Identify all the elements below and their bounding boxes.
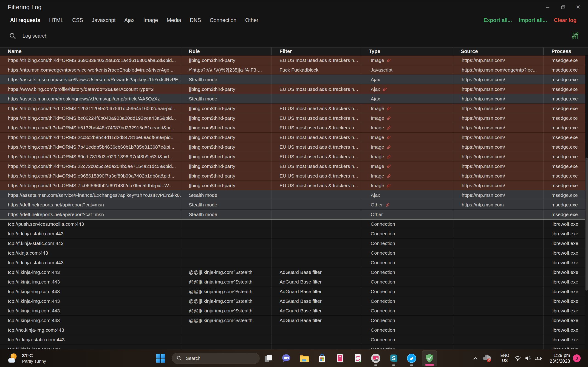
start-button[interactable] (155, 353, 166, 365)
cell-filter (271, 248, 361, 258)
log-search-input[interactable]: Log search (23, 33, 48, 39)
cell-name: tcp://i.kinja-img.com:443 (0, 306, 181, 315)
pink-app-button[interactable] (333, 350, 347, 366)
task-view-button[interactable] (261, 350, 276, 366)
open-in-browser-link-icon[interactable] (387, 126, 391, 130)
notification-badge[interactable]: 3 (573, 354, 581, 362)
log-row[interactable]: tcp://kinja.com:443 Connection (0, 248, 588, 258)
log-row[interactable]: tcp://i.kinja-img.com:443 @@||i.kinja-im… (0, 306, 588, 316)
import-all-button[interactable]: Import all... (519, 17, 547, 23)
column-header[interactable]: Source (453, 48, 544, 55)
tab[interactable]: CSS (72, 17, 83, 23)
open-in-browser-link-icon[interactable] (387, 135, 391, 140)
tab[interactable]: DNS (190, 17, 201, 23)
open-in-browser-link-icon[interactable] (387, 155, 391, 159)
cell-process: msedge.exe (544, 94, 588, 103)
adguard-button[interactable] (422, 350, 437, 366)
open-in-browser-link-icon[interactable] (385, 203, 390, 207)
tab[interactable]: All requests (10, 17, 40, 23)
log-row[interactable]: https://th.bing.com/th?id=ORMS.369083840… (0, 56, 588, 65)
log-row[interactable]: https://assets.msn.com/service/Finance/E… (0, 190, 588, 200)
librewolf-button[interactable] (404, 350, 419, 366)
log-row[interactable]: tcp://i.kinja-img.com:443 @@||i.kinja-im… (0, 287, 588, 296)
log-row[interactable]: tcp://i.kinja-img.com:443 @@||i.kinja-im… (0, 267, 588, 277)
type-label: Connection (371, 318, 395, 323)
log-row[interactable]: https://www.bing.com/profile/history/dat… (0, 84, 588, 94)
log-row[interactable]: https://th.bing.com/th?id=ORMS.7b41eddb5… (0, 142, 588, 152)
open-in-browser-link-icon[interactable] (387, 164, 391, 169)
open-in-browser-link-icon[interactable] (387, 184, 391, 188)
open-in-browser-link-icon[interactable] (387, 145, 391, 149)
tab[interactable]: Connection (210, 17, 236, 23)
log-row[interactable]: https://th.bing.com/th?id=ORMS.7fc06f566… (0, 181, 588, 190)
restore-button[interactable] (560, 4, 566, 10)
microsoft-store-button[interactable] (315, 350, 329, 366)
log-row[interactable]: tcp://no.kinja-img.com:443 Connection (0, 325, 588, 335)
column-header[interactable]: Name (0, 48, 181, 55)
clock[interactable]: 1:29 pm 23/3/2023 (545, 352, 570, 364)
log-row[interactable]: tcp://push.services.mozilla.com:443 Conn… (0, 219, 588, 229)
tab[interactable]: Javascript (92, 17, 116, 23)
log-row[interactable]: tcp://i.kinja-img.com:443 @@||i.kinja-im… (0, 277, 588, 287)
log-row[interactable]: tcp://i.kinja-img.com:443 @@||i.kinja-im… (0, 316, 588, 325)
export-all-button[interactable]: Export all... (484, 17, 512, 23)
column-header[interactable]: Process (544, 48, 588, 55)
clear-log-button[interactable]: Clear log (554, 17, 577, 23)
log-row[interactable]: https://th.bing.com/th?id=ORMS.b5132bd44… (0, 123, 588, 133)
volume-tray-icon[interactable] (524, 355, 531, 363)
cell-name: https://th.bing.com/th?id=ORMS.7fc06f566… (0, 181, 181, 190)
log-row[interactable]: https://ntp.msn.com/edge/ntp/service-wor… (0, 65, 588, 75)
tab[interactable]: HTML (49, 17, 64, 23)
open-in-browser-link-icon[interactable] (387, 106, 391, 111)
tab[interactable]: Ajax (124, 17, 135, 23)
open-in-browser-link-icon[interactable] (383, 87, 387, 92)
open-in-browser-link-icon[interactable] (387, 58, 391, 63)
onedrive-tray-icon[interactable] (482, 353, 492, 364)
log-row[interactable]: https://th.bing.com/th?id=ORMS.22c72c0c5… (0, 161, 588, 171)
column-header[interactable]: Rule (181, 48, 271, 55)
cell-name: tcp://f.kinja-static.com:443 (0, 239, 181, 248)
log-row[interactable]: https://assets.msn.com/service/News/User… (0, 75, 588, 84)
log-row[interactable]: https://th.bing.com/th?id=ORMS.12b311204… (0, 104, 588, 113)
wifi-tray-icon[interactable] (514, 355, 521, 363)
log-row[interactable]: tcp://i.kinja-img.com:443 Connection (0, 344, 588, 349)
scrollbar[interactable] (585, 56, 588, 349)
chat-button[interactable] (279, 350, 294, 366)
open-in-browser-link-icon[interactable] (387, 116, 391, 120)
log-row[interactable]: tcp://i.kinja-img.com:443 @@||i.kinja-im… (0, 296, 588, 306)
log-row[interactable]: https://deff.nelreports.net/api/report?c… (0, 200, 588, 210)
cell-filter (271, 258, 361, 267)
open-in-browser-link-icon[interactable] (387, 174, 391, 178)
minimize-button[interactable] (544, 4, 551, 10)
file-explorer-button[interactable] (297, 350, 311, 366)
tray-overflow-chevron[interactable] (472, 355, 479, 363)
log-row[interactable]: https://th.bing.com/th?id=ORMS.be06224f6… (0, 113, 588, 123)
column-header[interactable]: Type (361, 48, 453, 55)
clock-date: 23/3/2023 (545, 358, 570, 364)
log-row[interactable]: https://th.bing.com/th?id=ORMS.2cc8c2b8b… (0, 133, 588, 142)
weather-widget[interactable]: 31°C Partly sunny (6, 349, 46, 367)
log-row[interactable]: https://th.bing.com/th?id=ORMS.e96561589… (0, 171, 588, 181)
log-row[interactable]: tcp://x.kinja-static.com:443 Connection (0, 335, 588, 344)
scrollbar-thumb[interactable] (586, 158, 588, 291)
tab[interactable]: Other (245, 17, 258, 23)
log-row[interactable]: https://deff.nelreports.net/api/report?c… (0, 210, 588, 219)
language-switcher[interactable]: ENG US (498, 353, 512, 363)
surfshark-button[interactable]: S (386, 350, 401, 366)
log-row[interactable]: tcp://f.kinja-static.com:443 Connection (0, 229, 588, 239)
weather-text: 31°C Partly sunny (22, 353, 46, 364)
tab[interactable]: Image (143, 17, 158, 23)
close-button[interactable]: ✕ (575, 4, 582, 10)
log-row[interactable]: tcp://f.kinja-static.com:443 Connection (0, 239, 588, 248)
cell-name: tcp://kinja.com:443 (0, 248, 181, 258)
log-row[interactable]: https://assets.msn.com/breakingnews/v1/c… (0, 94, 588, 104)
remote-desktop-button[interactable] (368, 350, 383, 366)
column-header[interactable]: Filter (271, 48, 361, 55)
battery-tray-icon[interactable] (534, 355, 543, 362)
log-row[interactable]: https://th.bing.com/th?id=ORMS.89cfb7818… (0, 152, 588, 161)
log-row[interactable]: tcp://f.kinja-static.com:443 Connection (0, 258, 588, 267)
taskbar-search[interactable]: Search (172, 353, 259, 364)
tab[interactable]: Media (167, 17, 181, 23)
sync-app-button[interactable] (351, 350, 365, 366)
filter-settings-icon[interactable] (571, 32, 579, 40)
